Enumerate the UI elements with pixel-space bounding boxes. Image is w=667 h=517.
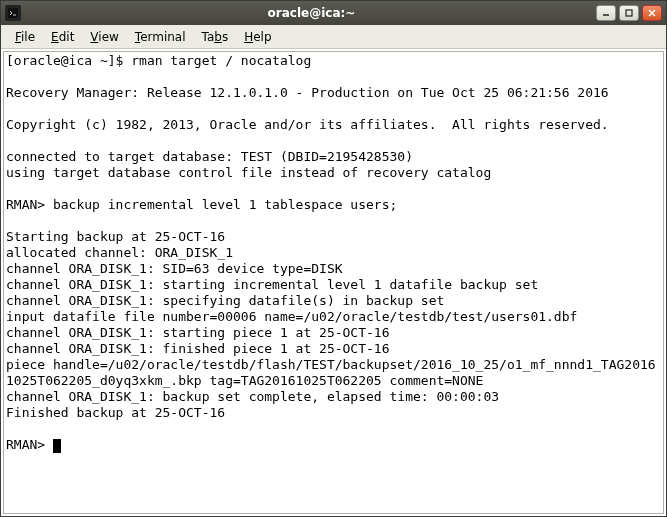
maximize-button[interactable] <box>619 5 639 21</box>
svg-rect-0 <box>8 8 18 18</box>
window-buttons <box>596 5 662 21</box>
svg-rect-3 <box>626 10 632 16</box>
menu-bar: File Edit View Terminal Tabs Help <box>1 25 666 49</box>
terminal-wrapper: [oracle@ica ~]$ rman target / nocatalog … <box>1 49 666 516</box>
minimize-button[interactable] <box>596 5 616 21</box>
terminal-output[interactable]: [oracle@ica ~]$ rman target / nocatalog … <box>3 51 664 514</box>
terminal-cursor <box>53 439 61 453</box>
menu-edit[interactable]: Edit <box>43 28 82 46</box>
menu-tabs[interactable]: Tabs <box>194 28 237 46</box>
menu-terminal[interactable]: Terminal <box>127 28 194 46</box>
app-window: oracle@ica:~ File Edit View Terminal Tab… <box>0 0 667 517</box>
menu-file[interactable]: File <box>7 28 43 46</box>
terminal-app-icon <box>5 5 21 21</box>
menu-view[interactable]: View <box>82 28 126 46</box>
window-title: oracle@ica:~ <box>27 6 596 20</box>
title-bar[interactable]: oracle@ica:~ <box>1 1 666 25</box>
close-button[interactable] <box>642 5 662 21</box>
menu-help[interactable]: Help <box>236 28 279 46</box>
